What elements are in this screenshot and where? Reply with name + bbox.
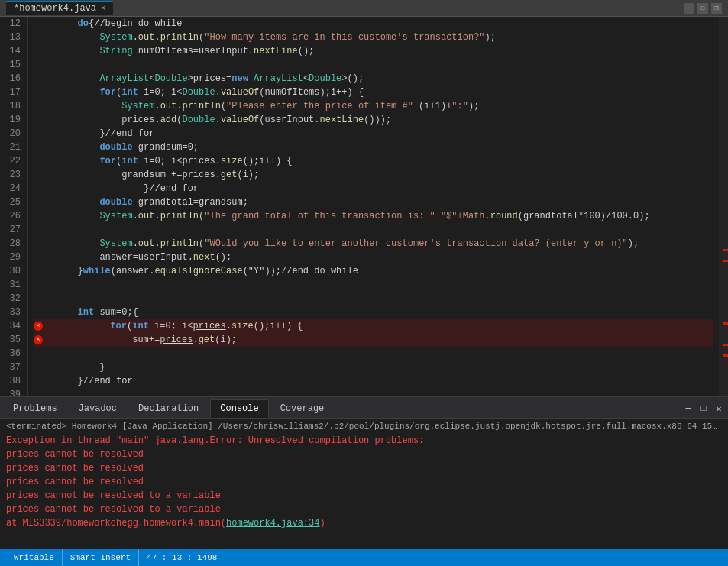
panel-tabs: ProblemsJavadocDeclarationConsoleCoverag… [0, 397, 728, 419]
error-line: prices cannot be resolved [6, 475, 722, 489]
code-line [34, 292, 713, 306]
code-line: }while(answer.equalsIgnoreCase("Y"));//e… [34, 264, 713, 278]
close-panel-button[interactable]: ✕ [713, 403, 725, 415]
code-line: System.out.println("WOuld you like to en… [34, 237, 713, 251]
terminated-line: <terminated> Homework4 [Java Application… [6, 422, 722, 431]
code-line: } [34, 361, 713, 374]
code-line [34, 278, 713, 292]
panel-tab-problems[interactable]: Problems [3, 399, 67, 418]
scrollbar-markers [719, 17, 728, 396]
minimize-button[interactable]: — [684, 3, 694, 14]
panel-tab-javadoc[interactable]: Javadoc [69, 399, 127, 418]
close-tab-icon[interactable]: × [101, 5, 105, 13]
code-line: double grandtotal=grandsum; [34, 196, 713, 209]
panel-tab-coverage[interactable]: Coverage [270, 399, 335, 418]
code-line: System.out.println("Please enter the pri… [34, 99, 713, 113]
editor-tab[interactable]: *homework4.java × [6, 1, 113, 15]
side-panel-button[interactable]: ❐ [711, 3, 722, 14]
status-position: 47 : 13 : 1498 [139, 549, 225, 566]
line-numbers: 1213141516171819202122232425262728293031… [0, 17, 28, 396]
code-line: }//end for [34, 127, 713, 141]
code-line: for(int i=0; i<prices.size();i++) { [34, 154, 713, 168]
restore-button[interactable]: ☐ [697, 3, 708, 14]
maximize-panel-button[interactable]: □ [697, 403, 710, 415]
code-line: }//end for [34, 182, 713, 196]
title-bar: *homework4.java × — ☐ ❐ [0, 0, 728, 17]
code-line: System.out.println("How many items are i… [34, 31, 713, 44]
code-line: }//end for [34, 374, 713, 388]
code-line: String numOfItems=userInput.nextLine(); [34, 44, 713, 58]
editor-area: 1213141516171819202122232425262728293031… [0, 17, 728, 396]
error-output: Exception in thread "main" java.lang.Err… [6, 434, 722, 530]
status-writable: Writable [6, 549, 63, 566]
error-line: prices cannot be resolved [6, 448, 722, 461]
code-line: System.out.println("The grand total of t… [34, 209, 713, 223]
code-line: prices.add(Double.valueOf(userInput.next… [34, 113, 713, 127]
code-editor[interactable]: do{//begin do while System.out.println("… [28, 17, 719, 396]
panel-tab-controls: — □ ✕ [682, 403, 725, 418]
code-line [34, 58, 713, 72]
error-line: prices cannot be resolved to a variable [6, 489, 722, 503]
error-link[interactable]: homework4.java:34 [226, 518, 319, 529]
main-container: 1213141516171819202122232425262728293031… [0, 17, 728, 566]
code-line: grandsum +=prices.get(i); [34, 168, 713, 182]
code-line [34, 347, 713, 361]
code-line: × sum+=prices.get(i); [34, 333, 713, 347]
tab-label: *homework4.java [14, 3, 96, 14]
error-line: prices cannot be resolved [6, 461, 722, 475]
bottom-panel: ProblemsJavadocDeclarationConsoleCoverag… [0, 396, 728, 549]
code-line: int sum=0;{ [34, 306, 713, 319]
minimize-panel-button[interactable]: — [682, 403, 694, 415]
code-line: ArrayList<Double>prices=new ArrayList<Do… [34, 72, 713, 86]
code-line: answer=userInput.next(); [34, 251, 713, 264]
panel-tabs-list: ProblemsJavadocDeclarationConsoleCoverag… [3, 399, 335, 418]
status-insert-mode: Smart Insert [63, 549, 139, 566]
error-line: at MIS3339/homeworkchegg.homework4.main(… [6, 516, 722, 530]
window-controls: — ☐ ❐ [684, 3, 722, 14]
code-line: do{//begin do while [34, 17, 713, 31]
code-line: for(int i=0; i<Double.valueOf(numOfItems… [34, 86, 713, 99]
error-line: Exception in thread "main" java.lang.Err… [6, 434, 722, 448]
code-line: double grandsum=0; [34, 141, 713, 154]
code-line [34, 388, 713, 396]
code-line [34, 223, 713, 237]
panel-tab-declaration[interactable]: Declaration [128, 399, 209, 418]
console-content: <terminated> Homework4 [Java Application… [0, 419, 728, 549]
status-bar: Writable Smart Insert 47 : 13 : 1498 [0, 549, 728, 566]
panel-tab-console[interactable]: Console [210, 399, 268, 418]
error-line: prices cannot be resolved to a variable [6, 503, 722, 516]
code-line: × for(int i=0; i<prices.size();i++) { [34, 319, 713, 333]
